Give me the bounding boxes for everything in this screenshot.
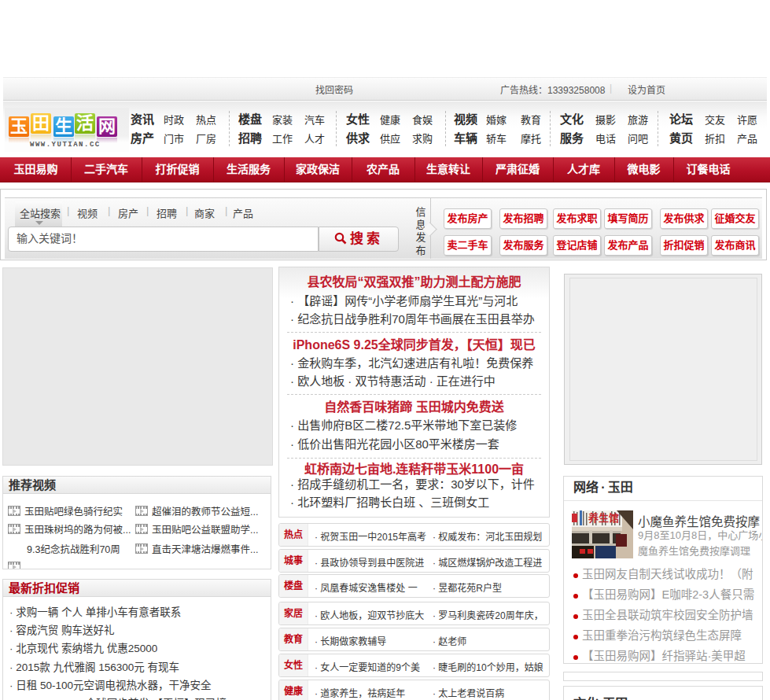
svg-text:养生馆: 养生馆 (588, 512, 619, 524)
